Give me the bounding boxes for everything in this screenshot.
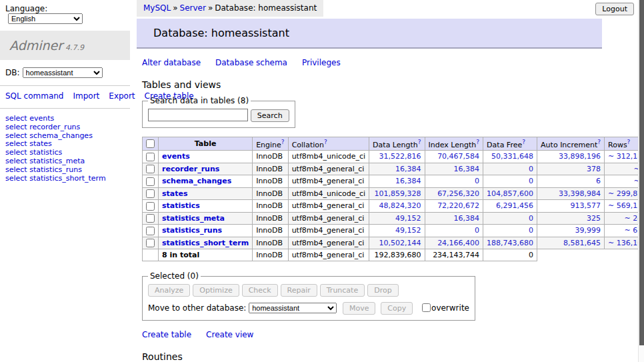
cell-data_free-link[interactable]: 0 — [529, 214, 533, 223]
cell-data_free: 0 — [483, 163, 537, 175]
menu-link-create-table[interactable]: Create table — [145, 91, 194, 101]
cell-index_length-link[interactable]: 24,166,400 — [437, 239, 479, 247]
cell-auto_increment: 913,577 — [537, 200, 605, 213]
cell-index_length-link[interactable]: 0 — [475, 177, 479, 185]
create-view-link[interactable]: Create view — [206, 330, 253, 339]
total-engine: InnoDB — [253, 249, 288, 261]
optimize-button[interactable]: Optimize — [193, 284, 239, 297]
cell-data_length-link[interactable]: 101,859,328 — [375, 189, 421, 198]
row-checkbox[interactable] — [146, 153, 155, 161]
search-button[interactable]: Search — [251, 109, 289, 122]
database-schema-link[interactable]: Database schema — [215, 58, 287, 67]
column-help-link[interactable]: ? — [597, 139, 601, 145]
table-name-link-statistics[interactable]: statistics — [162, 201, 200, 210]
row-checkbox-cell — [143, 225, 159, 237]
row-checkbox-cell — [143, 175, 159, 188]
table-name-link-states[interactable]: states — [162, 189, 188, 198]
breadcrumb-link-mysql[interactable]: MySQL — [143, 3, 171, 13]
column-help-link[interactable]: ? — [418, 139, 421, 145]
cell-auto_increment-link[interactable]: 8,581,645 — [563, 239, 601, 247]
row-checkbox[interactable] — [146, 227, 155, 235]
cell-data_free: 104,857,600 — [483, 187, 537, 200]
column-header-table: Table — [159, 137, 253, 151]
cell-auto_increment-link[interactable]: 33,398,984 — [559, 189, 601, 198]
privileges-link[interactable]: Privileges — [302, 58, 341, 67]
sidebar-select-statistics-meta-link[interactable]: select statistics_meta — [5, 157, 125, 166]
repair-button[interactable]: Repair — [281, 284, 317, 297]
cell-data_free-link[interactable]: 104,857,600 — [487, 189, 533, 198]
cell-data_length-link[interactable]: 31,522,816 — [379, 152, 421, 161]
cell-auto_increment-link[interactable]: 378 — [587, 165, 601, 173]
table-name-link-recorder-runs[interactable]: recorder_runs — [162, 165, 219, 173]
column-help-link[interactable]: ? — [627, 139, 631, 145]
cell-index_length-link[interactable]: 67,256,320 — [437, 189, 479, 198]
cell-index_length-link[interactable]: 16,384 — [454, 165, 480, 173]
breadcrumb-link-server[interactable]: Server — [180, 3, 206, 13]
search-input[interactable] — [148, 109, 248, 121]
cell-auto_increment-link[interactable]: 6 — [596, 177, 601, 185]
table-name-cell: recorder_runs — [159, 163, 253, 175]
cell-data_length-link[interactable]: 49,152 — [395, 214, 421, 223]
logout-button[interactable]: Logout — [595, 3, 634, 15]
cell-data_length-link[interactable]: 48,824,320 — [379, 201, 421, 210]
cell-data_free-link[interactable]: 0 — [529, 177, 533, 185]
row-checkbox[interactable] — [146, 165, 155, 173]
create-table-link[interactable]: Create table — [142, 330, 191, 339]
copy-button[interactable]: Copy — [381, 302, 413, 315]
sidebar-select-statistics-short-term-link[interactable]: select statistics_short_term — [5, 175, 125, 183]
cell-data_length-link[interactable]: 49,152 — [395, 226, 421, 235]
menu-link-import[interactable]: Import — [73, 91, 99, 101]
language-select[interactable]: English — [8, 13, 83, 24]
row-checkbox[interactable] — [146, 177, 155, 186]
column-help-link[interactable]: ? — [522, 139, 525, 145]
cell-auto_increment-link[interactable]: 33,898,196 — [559, 152, 601, 161]
table-name-link-events[interactable]: events — [162, 152, 190, 161]
total-label: 8 in total — [159, 249, 253, 261]
cell-auto_increment-link[interactable]: 39,999 — [575, 226, 601, 235]
truncate-button[interactable]: Truncate — [320, 284, 365, 297]
cell-data_free-link[interactable]: 6,291,456 — [496, 201, 533, 210]
sidebar-table-links: select eventsselect recorder_runsselect … — [0, 109, 130, 189]
cell-index_length-link[interactable]: 70,467,584 — [437, 152, 479, 161]
move-button[interactable]: Move — [343, 302, 376, 315]
alter-database-link[interactable]: Alter database — [142, 58, 201, 67]
column-help-link[interactable]: ? — [281, 139, 285, 145]
vertical-scrollbar[interactable] — [638, 0, 644, 362]
menu-link-export[interactable]: Export — [109, 91, 135, 101]
db-select[interactable]: homeassistant — [23, 67, 103, 78]
row-checkbox[interactable] — [146, 214, 155, 223]
cell-index_length-link[interactable]: 16,384 — [454, 214, 480, 223]
overwrite-checkbox[interactable] — [422, 303, 431, 312]
cell-auto_increment-link[interactable]: 325 — [587, 214, 601, 223]
table-name-link-schema-changes[interactable]: schema_changes — [162, 177, 231, 185]
table-name-link-statistics-meta[interactable]: statistics_meta — [162, 214, 225, 223]
row-checkbox[interactable] — [146, 189, 155, 198]
menu-link-sql-command[interactable]: SQL command — [5, 91, 63, 101]
cell-data_free-link[interactable]: 188,743,680 — [487, 239, 533, 247]
table-name-link-statistics-short-term[interactable]: statistics_short_term — [162, 239, 249, 247]
table-name-link-statistics-runs[interactable]: statistics_runs — [162, 226, 222, 235]
cell-data_free-link[interactable]: 0 — [529, 226, 533, 235]
cell-data_free-link[interactable]: 50,331,648 — [491, 152, 533, 161]
analyze-button[interactable]: Analyze — [148, 284, 190, 297]
row-checkbox[interactable] — [146, 239, 155, 247]
cell-index_length-link[interactable]: 0 — [475, 226, 479, 235]
move-db-select[interactable]: homeassistant — [249, 303, 337, 313]
cell-index_length-link[interactable]: 72,220,672 — [437, 201, 479, 210]
cell-data_free-link[interactable]: 0 — [529, 165, 533, 173]
check-button[interactable]: Check — [242, 284, 278, 297]
cell-data_length-link[interactable]: 10,502,144 — [379, 239, 421, 247]
sidebar-select-recorder-runs-link[interactable]: select recorder_runs — [5, 123, 125, 132]
cell-auto_increment-link[interactable]: 913,577 — [571, 201, 601, 210]
cell-data_length-link[interactable]: 16,384 — [395, 165, 421, 173]
column-help-link[interactable]: ? — [324, 139, 327, 145]
drop-button[interactable]: Drop — [367, 284, 398, 297]
column-help-link[interactable]: ? — [476, 139, 479, 145]
cell-data_length-link[interactable]: 16,384 — [395, 177, 421, 185]
select-all-checkbox[interactable] — [146, 139, 155, 148]
sidebar-select-statistics-runs-link[interactable]: select statistics_runs — [5, 166, 125, 175]
sidebar-select-events-link[interactable]: select events — [5, 115, 125, 123]
row-checkbox[interactable] — [146, 202, 155, 211]
database-action-links: Alter databaseDatabase schemaPrivileges — [142, 58, 597, 67]
scrollbar-thumb[interactable] — [639, 0, 644, 345]
